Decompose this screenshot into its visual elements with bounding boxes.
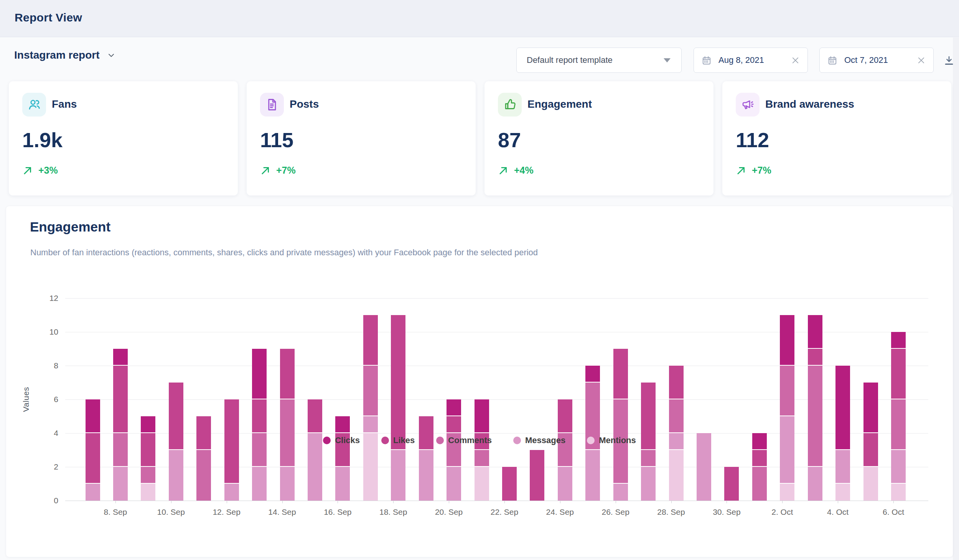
bar-segment-comments[interactable] — [280, 399, 295, 467]
bar-12-sep[interactable] — [224, 399, 239, 501]
bar-segment-clicks[interactable] — [891, 332, 906, 349]
bar-13-sep[interactable] — [252, 349, 267, 501]
bar-24-sep[interactable] — [558, 399, 572, 501]
bar-segment-messages[interactable] — [280, 467, 295, 501]
bar-segment-mentions[interactable] — [863, 467, 878, 501]
bar-segment-likes[interactable] — [669, 366, 684, 399]
bar-segment-messages[interactable] — [780, 416, 794, 484]
bar-segment-clicks[interactable] — [447, 399, 461, 416]
bar-segment-comments[interactable] — [808, 366, 822, 467]
bar-26-sep[interactable] — [613, 349, 628, 501]
bar-17-sep[interactable] — [363, 315, 378, 501]
bar-segment-comments[interactable] — [141, 467, 155, 484]
bar-segment-likes[interactable] — [891, 349, 906, 399]
bar-segment-comments[interactable] — [752, 467, 767, 501]
report-selector[interactable]: Instagram report — [14, 49, 116, 61]
bar-19-sep[interactable] — [419, 416, 433, 501]
scrollbar-track[interactable] — [953, 38, 959, 560]
legend-item-comments[interactable]: Comments — [436, 435, 492, 445]
bar-segment-messages[interactable] — [252, 467, 267, 501]
bar-segment-likes[interactable] — [558, 399, 572, 433]
bar-segment-messages[interactable] — [585, 450, 600, 501]
bar-segment-messages[interactable] — [613, 484, 628, 501]
bar-23-sep[interactable] — [530, 450, 544, 501]
bar-segment-messages[interactable] — [419, 450, 433, 501]
bar-segment-likes[interactable] — [808, 349, 822, 366]
bar-28-sep[interactable] — [669, 366, 684, 501]
bar-segment-messages[interactable] — [86, 484, 100, 501]
bar-segment-likes[interactable] — [113, 366, 128, 433]
bar-segment-messages[interactable] — [808, 467, 822, 501]
bar-segment-messages[interactable] — [391, 450, 405, 501]
bar-segment-clicks[interactable] — [113, 349, 128, 366]
bar-6-oct[interactable] — [891, 332, 906, 501]
bar-7-sep[interactable] — [86, 399, 100, 501]
bar-11-sep[interactable] — [196, 416, 211, 501]
download-button[interactable] — [941, 52, 957, 69]
bar-segment-likes[interactable] — [447, 416, 461, 433]
legend-item-messages[interactable]: Messages — [513, 435, 565, 445]
bar-segment-messages[interactable] — [169, 450, 183, 501]
bar-segment-clicks[interactable] — [585, 366, 600, 383]
bar-4-oct[interactable] — [835, 366, 850, 501]
bar-segment-likes[interactable] — [308, 399, 322, 433]
bar-22-sep[interactable] — [502, 467, 517, 501]
bar-segment-mentions[interactable] — [835, 484, 850, 501]
bar-segment-messages[interactable] — [335, 467, 350, 501]
bar-segment-likes[interactable] — [363, 315, 378, 366]
bar-segment-comments[interactable] — [780, 366, 794, 416]
bar-18-sep[interactable] — [391, 315, 405, 501]
bar-segment-clicks[interactable] — [252, 349, 267, 399]
bar-segment-comments[interactable] — [669, 399, 684, 433]
start-date-input[interactable]: Aug 8, 2021 — [694, 48, 808, 73]
bar-segment-likes[interactable] — [724, 467, 739, 501]
bar-16-sep[interactable] — [335, 416, 350, 501]
bar-segment-likes[interactable] — [252, 399, 267, 433]
bar-segment-likes[interactable] — [613, 349, 628, 399]
bar-segment-mentions[interactable] — [141, 484, 155, 501]
legend-item-likes[interactable]: Likes — [381, 435, 415, 445]
bar-3-oct[interactable] — [808, 315, 822, 501]
bar-segment-comments[interactable] — [475, 450, 489, 467]
bar-segment-clicks[interactable] — [335, 416, 350, 433]
bar-segment-likes[interactable] — [752, 450, 767, 467]
legend-item-clicks[interactable]: Clicks — [323, 435, 360, 445]
bar-segment-messages[interactable] — [891, 450, 906, 484]
bar-25-sep[interactable] — [585, 366, 600, 501]
bar-segment-messages[interactable] — [558, 467, 572, 501]
bar-segment-comments[interactable] — [196, 450, 211, 501]
bar-segment-likes[interactable] — [502, 467, 517, 501]
bar-segment-mentions[interactable] — [780, 484, 794, 501]
bar-segment-mentions[interactable] — [475, 467, 489, 501]
bar-segment-clicks[interactable] — [475, 399, 489, 433]
bar-segment-messages[interactable] — [363, 416, 378, 433]
close-icon[interactable] — [791, 56, 800, 65]
bar-2-oct[interactable] — [780, 315, 794, 501]
bar-segment-comments[interactable] — [363, 366, 378, 416]
bar-segment-mentions[interactable] — [891, 484, 906, 501]
end-date-input[interactable]: Oct 7, 2021 — [819, 48, 934, 73]
bar-segment-likes[interactable] — [280, 349, 295, 399]
bar-9-sep[interactable] — [141, 416, 155, 501]
bar-14-sep[interactable] — [280, 349, 295, 501]
bar-8-sep[interactable] — [113, 349, 128, 501]
bar-segment-mentions[interactable] — [669, 450, 684, 501]
bar-segment-clicks[interactable] — [141, 416, 155, 433]
bar-20-sep[interactable] — [447, 399, 461, 501]
bar-segment-clicks[interactable] — [808, 315, 822, 349]
bar-segment-messages[interactable] — [641, 467, 656, 501]
bar-21-sep[interactable] — [475, 399, 489, 501]
bar-15-sep[interactable] — [308, 399, 322, 501]
legend-item-mentions[interactable]: Mentions — [587, 435, 636, 445]
bar-segment-clicks[interactable] — [86, 399, 100, 433]
template-select[interactable]: Default report template — [516, 48, 682, 73]
bar-30-sep[interactable] — [724, 467, 739, 501]
bar-segment-messages[interactable] — [113, 467, 128, 501]
bar-segment-likes[interactable] — [391, 315, 405, 450]
close-icon[interactable] — [917, 56, 926, 65]
bar-segment-messages[interactable] — [224, 484, 239, 501]
bar-segment-clicks[interactable] — [863, 383, 878, 433]
bar-segment-comments[interactable] — [641, 450, 656, 467]
bar-segment-messages[interactable] — [447, 467, 461, 501]
bar-segment-clicks[interactable] — [780, 315, 794, 366]
